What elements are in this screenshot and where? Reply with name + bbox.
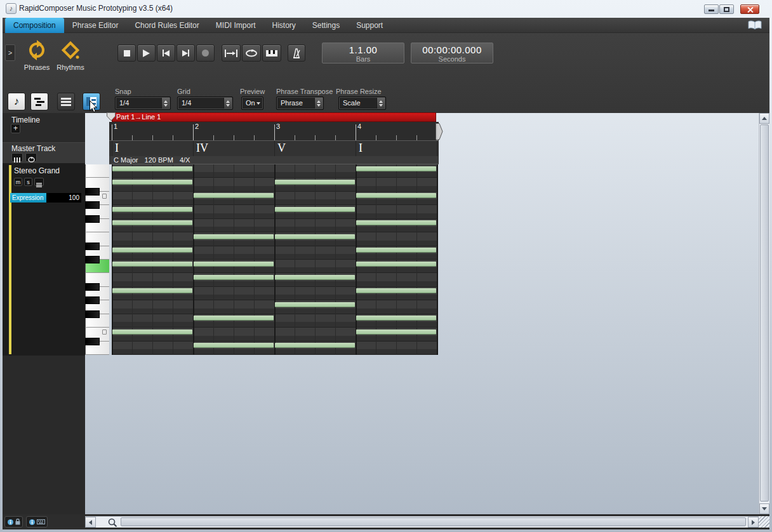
- record-button[interactable]: [196, 44, 215, 62]
- expand-panel-button[interactable]: >: [5, 44, 15, 61]
- key-signature-row[interactable]: C Major 120 BPM 4/X: [109, 156, 439, 164]
- spinner-arrows-icon[interactable]: [314, 98, 323, 109]
- midi-note[interactable]: [275, 207, 355, 212]
- punch-range-button[interactable]: [222, 44, 241, 62]
- title-bar[interactable]: ♪ RapidComposer Music Prototyping v3.5 (…: [0, 0, 772, 18]
- midi-note[interactable]: [194, 343, 274, 348]
- scroll-up-button[interactable]: [759, 113, 769, 124]
- play-button[interactable]: [137, 44, 156, 62]
- piano-key[interactable]: [85, 164, 109, 178]
- midi-note[interactable]: [356, 329, 436, 335]
- midi-note[interactable]: [356, 262, 436, 267]
- phrase-note-button[interactable]: ♪: [8, 93, 25, 110]
- insert-mode-button[interactable]: [262, 44, 281, 62]
- tab-midi-import[interactable]: MIDI Import: [208, 18, 264, 33]
- vertical-scrollbar[interactable]: [759, 113, 769, 514]
- midi-note[interactable]: [194, 316, 274, 321]
- midi-note[interactable]: [194, 262, 274, 267]
- track-menu-button[interactable]: [34, 178, 44, 186]
- phrase-resize-select[interactable]: Scale: [338, 96, 386, 110]
- midi-note[interactable]: [112, 207, 192, 212]
- piano-key-black[interactable]: [85, 283, 100, 291]
- expression-slider[interactable]: Expression: [10, 193, 46, 203]
- midi-note[interactable]: [275, 234, 355, 239]
- snap-select[interactable]: 1/4: [115, 96, 171, 110]
- midi-note[interactable]: [194, 193, 274, 198]
- tab-history[interactable]: History: [263, 18, 303, 33]
- midi-note[interactable]: [112, 248, 192, 253]
- midi-note[interactable]: [194, 275, 274, 280]
- part-header[interactable]: Part 1→Line 1: [112, 112, 436, 122]
- horizontal-scrollbar[interactable]: [85, 516, 759, 528]
- piano-key-black[interactable]: [85, 215, 100, 223]
- vertical-scroll-thumb[interactable]: [760, 124, 769, 502]
- preview-select[interactable]: On: [241, 96, 263, 110]
- resize-grip-icon[interactable]: [759, 516, 769, 528]
- piano-roll-grid[interactable]: [112, 164, 437, 355]
- grid-select[interactable]: 1/4: [177, 96, 233, 110]
- midi-note[interactable]: [112, 180, 192, 185]
- playhead-marker[interactable]: [107, 112, 116, 121]
- piano-key-black[interactable]: [85, 310, 100, 318]
- minimize-button[interactable]: [704, 4, 719, 14]
- phrase-transpose-select[interactable]: Phrase: [276, 96, 324, 110]
- solo-button[interactable]: s: [24, 178, 32, 186]
- midi-note[interactable]: [112, 329, 192, 335]
- midi-note[interactable]: [112, 220, 192, 225]
- midi-note[interactable]: [356, 193, 436, 198]
- midi-note[interactable]: [112, 166, 192, 171]
- master-lanes-button[interactable]: [11, 153, 23, 162]
- mixer-strip-button[interactable]: [57, 93, 75, 110]
- expression-value[interactable]: 100: [46, 193, 81, 203]
- add-track-button[interactable]: +: [11, 124, 20, 133]
- dropdown-arrow-icon[interactable]: [254, 98, 262, 109]
- track-layout-button[interactable]: [30, 93, 48, 110]
- horizontal-scroll-thumb[interactable]: [121, 517, 746, 526]
- midi-note[interactable]: [356, 288, 436, 293]
- diamond-icon[interactable]: [60, 39, 81, 61]
- mute-button[interactable]: m: [14, 178, 22, 186]
- loop-button[interactable]: [242, 44, 261, 62]
- circular-arrows-icon[interactable]: [26, 39, 48, 61]
- midi-note[interactable]: [112, 288, 192, 293]
- info-keyboard-button[interactable]: [26, 516, 48, 528]
- skip-to-end-button[interactable]: [176, 44, 195, 62]
- midi-note[interactable]: [356, 316, 436, 321]
- spinner-arrows-icon[interactable]: [223, 98, 232, 109]
- scroll-down-button[interactable]: [759, 503, 769, 514]
- zoom-icon[interactable]: [108, 518, 117, 527]
- chord-symbol[interactable]: I: [115, 142, 119, 155]
- piano-key-black[interactable]: [85, 296, 100, 304]
- tab-support[interactable]: Support: [348, 18, 391, 33]
- midi-note[interactable]: [194, 234, 274, 239]
- piano-key-black[interactable]: [85, 256, 100, 263]
- midi-note[interactable]: [275, 275, 355, 280]
- piano-key-black[interactable]: [85, 243, 100, 250]
- open-book-icon[interactable]: [748, 20, 762, 30]
- tab-chord-rules-editor[interactable]: Chord Rules Editor: [126, 18, 207, 33]
- tab-composition[interactable]: Composition: [5, 18, 64, 33]
- maximize-button[interactable]: [719, 4, 734, 14]
- metronome-button[interactable]: [288, 44, 305, 62]
- chord-symbol[interactable]: I: [359, 142, 363, 155]
- midi-note[interactable]: [356, 248, 436, 253]
- stop-button[interactable]: [117, 44, 136, 62]
- piano-key-black[interactable]: [85, 201, 100, 209]
- midi-note[interactable]: [356, 166, 436, 171]
- midi-note[interactable]: [275, 180, 355, 185]
- midi-note[interactable]: [275, 343, 355, 348]
- spinner-arrows-icon[interactable]: [376, 98, 385, 109]
- scroll-right-button[interactable]: [748, 517, 759, 528]
- piano-key-black[interactable]: [85, 188, 100, 196]
- midi-note[interactable]: [112, 262, 192, 267]
- piano-key-black[interactable]: [85, 338, 100, 345]
- chord-symbol[interactable]: V: [277, 142, 286, 155]
- tab-phrase-editor[interactable]: Phrase Editor: [64, 18, 127, 33]
- chord-symbol[interactable]: IV: [196, 142, 208, 155]
- tab-settings[interactable]: Settings: [304, 18, 348, 33]
- scroll-left-button[interactable]: [85, 517, 96, 528]
- master-loop-button[interactable]: [25, 153, 37, 162]
- close-button[interactable]: [740, 4, 759, 14]
- ruler[interactable]: 1234: [109, 122, 439, 141]
- chord-track[interactable]: IIVVI: [109, 141, 439, 156]
